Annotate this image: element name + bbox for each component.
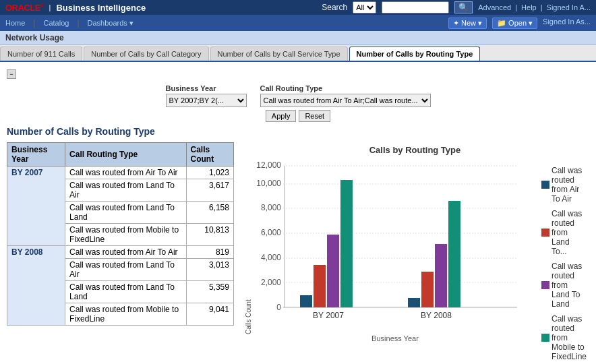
bar — [421, 272, 434, 307]
content-area: Business Year Call Routing Type Calls Co… — [7, 142, 589, 364]
home-link[interactable]: Home — [5, 19, 25, 27]
chart-area: Calls by Routing Type Calls Count 0 — [241, 142, 589, 364]
count-cell: 10,813 — [186, 224, 233, 246]
search-scope-select[interactable]: All — [353, 1, 376, 13]
reset-button[interactable]: Reset — [299, 110, 330, 122]
legend-color-3 — [541, 281, 549, 289]
count-cell: 5,359 — [186, 281, 233, 303]
tab-bar: Number of 911 Calls Number of Calls by C… — [0, 45, 596, 62]
count-cell: 9,041 — [186, 303, 233, 326]
business-year-select[interactable]: BY 2007;BY 2(... — [166, 94, 247, 107]
type-cell: Call was routed from Land To Land — [65, 281, 186, 303]
svg-text:12,000: 12,000 — [256, 160, 281, 170]
chart-title: Calls by Routing Type — [243, 145, 587, 155]
type-cell: Call was routed from Mobile to FixedLine — [65, 303, 186, 326]
nav-right: ✦ New ▾ 📁 Open ▾ Signed In As... — [448, 18, 591, 29]
type-cell: Call was routed from Land To Land — [65, 202, 186, 224]
col-count-header: Calls Count — [186, 143, 233, 166]
col-year-header: Business Year — [7, 143, 65, 166]
table-row: BY 2008 Call was routed from Air To Air … — [7, 246, 234, 259]
chart-body: Calls Count 0 2,000 4,000 — [243, 159, 587, 363]
signed-in-label: Signed In As... — [543, 18, 591, 29]
search-label: Search — [322, 3, 347, 12]
svg-text:8,000: 8,000 — [261, 203, 281, 212]
col-type-header: Call Routing Type — [65, 143, 186, 166]
count-cell: 3,617 — [186, 179, 233, 202]
top-bar: ORACLE® | Business Intelligence Search A… — [0, 0, 596, 15]
search-button[interactable]: 🔍 — [454, 1, 473, 13]
business-year-field: Business Year BY 2007;BY 2(... — [166, 84, 247, 107]
legend-item-3: Call was routed from Land To Land — [541, 262, 587, 309]
top-bar-links: Advanced | Help | Signed In A... — [478, 3, 591, 11]
count-cell: 1,023 — [186, 166, 233, 179]
count-cell: 6,158 — [186, 202, 233, 224]
legend-item-4: Call was routed from Mobile to FixedLine — [541, 314, 587, 361]
open-button[interactable]: 📁 Open ▾ — [492, 18, 537, 29]
legend-label-3: Call was routed from Land To Land — [552, 262, 587, 309]
tab-category[interactable]: Number of Calls by Call Category — [84, 47, 208, 61]
tab-service[interactable]: Number of Calls by Call Service Type — [210, 47, 348, 61]
tab-911[interactable]: Number of 911 Calls — [0, 47, 82, 61]
count-cell: 3,013 — [186, 259, 233, 281]
bar — [327, 235, 339, 307]
svg-text:10,000: 10,000 — [256, 179, 281, 188]
routing-type-select[interactable]: Call was routed from Air To Air;Call was… — [260, 94, 431, 107]
svg-text:0: 0 — [276, 303, 281, 312]
bar — [340, 180, 353, 307]
data-table: Business Year Call Routing Type Calls Co… — [7, 142, 234, 326]
report-title: Number of Calls by Routing Type — [7, 126, 589, 137]
routing-type-label: Call Routing Type — [260, 84, 431, 92]
bar — [408, 298, 420, 307]
routing-type-field: Call Routing Type Call was routed from A… — [260, 84, 431, 107]
bar — [448, 201, 460, 307]
apply-button[interactable]: Apply — [266, 110, 297, 122]
main-content: − Business Year BY 2007;BY 2(... Call Ro… — [0, 62, 596, 364]
legend-item-1: Call was routed from Air To Air — [541, 166, 587, 204]
dashboards-link[interactable]: Dashboards ▾ — [88, 19, 133, 28]
catalog-link[interactable]: Catalog — [43, 19, 69, 27]
type-cell: Call was routed from Land To Air — [65, 179, 186, 202]
tab-routing[interactable]: Number of Calls by Routing Type — [349, 47, 481, 61]
top-bar-right: Search All 🔍 Advanced | Help | Signed In… — [322, 1, 591, 13]
legend-color-1 — [541, 181, 549, 189]
year-cell-2008: BY 2008 — [7, 246, 65, 326]
svg-text:4,000: 4,000 — [261, 253, 281, 262]
advanced-link[interactable]: Advanced — [478, 3, 511, 11]
type-cell: Call was routed from Air To Air — [65, 246, 186, 259]
business-year-label: Business Year — [166, 84, 247, 92]
legend-item-2: Call was routed from Land To... — [541, 209, 587, 256]
type-cell: Call was routed from Land To Air — [65, 259, 186, 281]
x-axis-label: Business Year — [371, 334, 419, 342]
chart-with-axes: Calls Count 0 2,000 4,000 — [243, 159, 537, 363]
filter-buttons: Apply Reset — [266, 110, 330, 122]
oracle-logo: ORACLE® — [5, 3, 44, 13]
type-cell: Call was routed from Mobile to FixedLine — [65, 224, 186, 246]
new-button[interactable]: ✦ New ▾ — [448, 18, 487, 29]
svg-text:BY 2008: BY 2008 — [421, 311, 452, 320]
year-cell-2007: BY 2007 — [7, 166, 65, 246]
svg-text:BY 2007: BY 2007 — [313, 311, 344, 320]
type-cell: Call was routed from Air To Air — [65, 166, 186, 179]
table-container: Business Year Call Routing Type Calls Co… — [7, 142, 234, 364]
section-title-bar: Network Usage — [0, 31, 596, 45]
chart-with-ylabel: Calls Count 0 2,000 4,000 — [243, 159, 537, 334]
count-cell: 819 — [186, 246, 233, 259]
bar — [314, 265, 326, 307]
signin-link[interactable]: Signed In A... — [547, 3, 591, 11]
bi-title: Business Intelligence — [56, 3, 146, 13]
filter-row: Business Year BY 2007;BY 2(... Call Rout… — [166, 84, 431, 107]
nav-bar: Home | Catalog | Dashboards ▾ ✦ New ▾ 📁 … — [0, 15, 596, 31]
search-input[interactable] — [382, 1, 449, 13]
section-title: Network Usage — [5, 33, 64, 42]
filter-area: Business Year BY 2007;BY 2(... Call Rout… — [7, 84, 589, 122]
bar — [435, 244, 447, 307]
y-axis-label: Calls Count — [243, 159, 253, 334]
svg-text:6,000: 6,000 — [261, 228, 281, 237]
chart-svg: 0 2,000 4,000 6,000 8,000 10,000 — [254, 159, 537, 334]
chart-legend: Call was routed from Air To Air Call was… — [541, 159, 587, 363]
legend-color-4 — [541, 334, 549, 342]
minimize-button[interactable]: − — [7, 69, 16, 79]
help-link[interactable]: Help — [521, 3, 537, 11]
legend-label-1: Call was routed from Air To Air — [552, 166, 587, 204]
bar — [300, 295, 312, 307]
